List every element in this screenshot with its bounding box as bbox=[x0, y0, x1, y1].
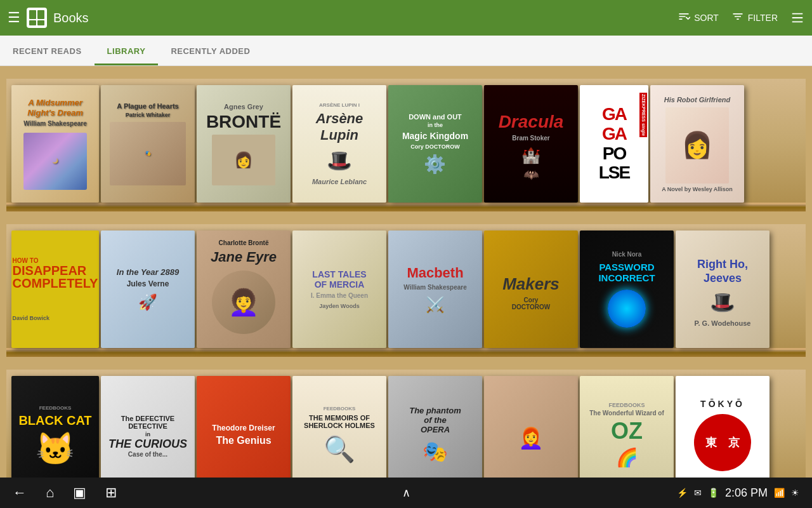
menu-icon[interactable]: ☰ bbox=[8, 10, 20, 26]
sort-button[interactable]: SORT bbox=[678, 10, 719, 26]
back-button[interactable]: ← bbox=[13, 485, 27, 501]
book-tokyo[interactable]: TŌKYŌ 東 京 bbox=[676, 376, 769, 493]
top-bar: ☰ Books SORT FILTER bbox=[0, 0, 812, 36]
shelf-row-2: HOW TO DISAPPEARCOMPLETELY David Bowick … bbox=[0, 211, 812, 357]
tab-library[interactable]: LIBRARY bbox=[95, 37, 159, 65]
shelf-bg-2: HOW TO DISAPPEARCOMPLETELY David Bowick … bbox=[6, 224, 806, 348]
battery-icon: 🔋 bbox=[708, 488, 719, 498]
screenshot-button[interactable]: ⊞ bbox=[105, 485, 117, 501]
book-phantom-opera[interactable]: The phantomof theOPERA 🎭 bbox=[388, 376, 482, 493]
toolbar-actions: SORT FILTER bbox=[678, 10, 804, 26]
book-portrait-lady[interactable]: 👩‍🦰 bbox=[484, 376, 578, 493]
book-dreiser[interactable]: Theodore Dreiser The Genius bbox=[197, 376, 291, 493]
shelf-surface-1 bbox=[6, 203, 806, 211]
book-arsene[interactable]: ARSÈNE LUPIN I Arsène Lupin 🎩 Maurice Le… bbox=[292, 85, 386, 203]
filter-icon bbox=[731, 10, 744, 26]
email-icon: ✉ bbox=[694, 488, 702, 498]
tab-bar: RECENT READS LIBRARY RECENTLY ADDED bbox=[0, 36, 812, 66]
status-center-area: ∧ bbox=[402, 486, 410, 500]
svg-rect-2 bbox=[29, 20, 36, 25]
svg-rect-3 bbox=[37, 20, 44, 25]
shelf-bg-3: FEEDBOOKS BLACK CAT 🐱 The DEFECTIVEDETEC… bbox=[6, 370, 806, 493]
shelf-surface-2 bbox=[6, 348, 806, 357]
svg-rect-0 bbox=[29, 10, 36, 19]
status-bar: ← ⌂ ▣ ⊞ ∧ ⚡ ✉ 🔋 2:06 PM 📶 ☀ bbox=[0, 478, 812, 508]
sort-icon bbox=[678, 10, 690, 26]
filter-button[interactable]: FILTER bbox=[731, 10, 778, 26]
book-defective-detective[interactable]: The DEFECTIVEDETECTIVE in THE CURIOUS Ca… bbox=[101, 376, 195, 493]
book-last-tales[interactable]: LAST TALESOF MERCIA I. Emma the Queen Ja… bbox=[292, 231, 386, 348]
book-year2889[interactable]: In the Year 2889 Jules Verne 🚀 bbox=[101, 231, 195, 348]
book-robot-girlfriend[interactable]: His Robot Girlfriend 👩 A Novel by Wesley… bbox=[650, 85, 744, 203]
book-gagapo[interactable]: GA GA PO LSE ZIZEKPRESS single bbox=[580, 85, 648, 203]
book-right-ho-jeeves[interactable]: Right Ho,Jeeves 🎩 P. G. Wodehouse bbox=[676, 231, 769, 348]
book-sherlock-holmes[interactable]: FEEDBOOKS THE MEMOIRS OFSHERLOCK HOLMES … bbox=[292, 376, 386, 493]
book-password-incorrect[interactable]: Nick Nora PASSWORDINCORRECT bbox=[580, 231, 674, 348]
status-time: 2:06 PM bbox=[725, 486, 768, 500]
filter-label: FILTER bbox=[748, 13, 778, 23]
book-makers[interactable]: Makers CoryDOCTOROW bbox=[484, 231, 578, 348]
app-title: Books bbox=[53, 11, 678, 25]
book-black-cat[interactable]: FEEDBOOKS BLACK CAT 🐱 bbox=[11, 376, 99, 493]
book-plague[interactable]: A Plague of Hearts Patrick Whitaker 🎭 bbox=[101, 85, 195, 203]
wifi-icon: 📶 bbox=[774, 488, 785, 498]
tab-recently-added[interactable]: RECENTLY ADDED bbox=[158, 37, 263, 65]
status-right-area: ⚡ ✉ 🔋 2:06 PM 📶 ☀ bbox=[677, 486, 799, 500]
book-jane-eyre[interactable]: Charlotte Brontë Jane Eyre 👩‍🦱 bbox=[197, 231, 291, 348]
book-dracula[interactable]: Dracula Bram Stoker 🏰 🦇 bbox=[484, 85, 578, 203]
bookshelf: A MidsummerNight's Dream William Shakesp… bbox=[0, 66, 812, 508]
list-view-button[interactable] bbox=[790, 11, 804, 25]
svg-rect-1 bbox=[37, 10, 44, 19]
home-button[interactable]: ⌂ bbox=[46, 485, 54, 501]
recents-button[interactable]: ▣ bbox=[73, 485, 86, 501]
shelf-row-1: A MidsummerNight's Dream William Shakesp… bbox=[0, 66, 812, 211]
tab-recent-reads[interactable]: RECENT READS bbox=[0, 37, 95, 65]
brightness-icon: ☀ bbox=[791, 488, 799, 498]
book-wizard-oz[interactable]: FEEDBOOKS The Wonderful Wizard of OZ 🌈 bbox=[580, 376, 674, 493]
book-agnes[interactable]: Agnes Grey BRONTË 👩 bbox=[197, 85, 291, 203]
book-macbeth[interactable]: Macbeth William Shakespeare ⚔️ bbox=[388, 231, 482, 348]
usb-icon: ⚡ bbox=[677, 488, 688, 498]
book-disappear[interactable]: HOW TO DISAPPEARCOMPLETELY David Bowick bbox=[11, 231, 99, 348]
sort-label: SORT bbox=[694, 13, 719, 23]
shelf-bg-1: A MidsummerNight's Dream William Shakesp… bbox=[6, 79, 806, 203]
book-midsummer[interactable]: A MidsummerNight's Dream William Shakesp… bbox=[11, 85, 99, 203]
app-icon bbox=[27, 8, 47, 28]
book-down[interactable]: DOWN and OUTin the Magic Kingdom Cory DO… bbox=[388, 85, 482, 203]
